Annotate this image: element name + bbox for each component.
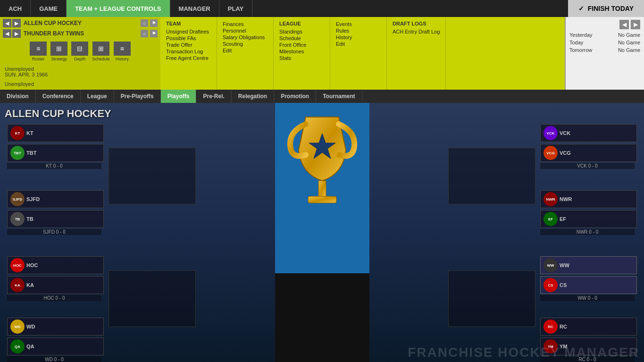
nav-next-1[interactable]: ▶ <box>12 19 21 27</box>
menu-standings[interactable]: Standings <box>279 28 324 35</box>
abbr-wd: WD <box>26 324 35 329</box>
menu-league-schedule[interactable]: Schedule <box>279 35 324 42</box>
abbr-cs: CS <box>560 282 567 288</box>
tomorrow-label: Tomorrow <box>569 47 592 53</box>
today-value: No Game <box>618 40 640 45</box>
finances-section: Finances Personnel Salary Obligations Sc… <box>217 17 274 90</box>
team2-icon-home[interactable]: ⌂ <box>141 30 148 37</box>
team1-icon-flag[interactable]: ⚑ <box>150 19 158 27</box>
menu-unsigned-draftees[interactable]: Unsigned Draftees <box>166 28 211 35</box>
user-date: SUN. APR. 3 1966 <box>5 72 156 77</box>
depth-icon[interactable]: ⊟ Depth <box>71 42 88 61</box>
bracket-container: ALLEN CUP HOCKEY <box>0 103 644 362</box>
menu-front-office[interactable]: Front Office <box>279 42 324 48</box>
finish-today-button[interactable]: ✓ FINISH TODAY <box>568 0 644 17</box>
menu-rules[interactable]: Rules <box>336 27 381 34</box>
abbr-sjfd: SJFD <box>26 196 40 202</box>
nav-prev-1[interactable]: ◀ <box>3 19 11 27</box>
schedule-label: Schedule <box>92 57 110 61</box>
menu-personnel[interactable]: Personnel <box>223 27 268 34</box>
menu-finances[interactable]: Finances <box>223 21 268 27</box>
logo-tb: TB <box>10 212 25 226</box>
menu-team-edit[interactable]: Edit <box>223 47 268 54</box>
roster-icon[interactable]: ≡ Roster <box>30 42 47 61</box>
dropdown-menu-area: ◀ ▶ ALLEN CUP HOCKEY ⌂ ⚑ ◀ ▶ THUNDER BAY… <box>0 17 644 90</box>
team1-name: ALLEN CUP HOCKEY <box>24 20 82 26</box>
tab-pre-rel[interactable]: Pre-Rel. <box>196 90 231 103</box>
menu-possible-fas[interactable]: Possible FAs <box>166 35 211 42</box>
svg-rect-1 <box>308 196 336 203</box>
abbr-tbt: TBT <box>26 150 36 156</box>
tab-tournament[interactable]: Tournament <box>316 90 362 103</box>
team-section-title: TEAM <box>166 21 211 26</box>
menu-league-edit[interactable]: Edit <box>336 41 381 47</box>
tab-division[interactable]: Division <box>0 90 36 103</box>
toolbar-icons: ≡ Roster ⊞ Strategy ⊟ Depth ⊞ Schedule ≡… <box>3 40 158 63</box>
nav-next-2[interactable]: ▶ <box>12 29 21 38</box>
abbr-ka: KA <box>26 282 34 288</box>
nav-ach[interactable]: ACH <box>0 0 31 17</box>
menu-free-agent-centre[interactable]: Free Agent Centre <box>166 55 211 61</box>
menu-transaction-log[interactable]: Transaction Log <box>166 48 211 55</box>
menu-milestones[interactable]: Milestones <box>279 48 324 55</box>
tab-promotion[interactable]: Promotion <box>274 90 316 103</box>
yesterday-row: Yesterday No Game <box>569 31 640 39</box>
schedule-icon-box: ⊞ <box>92 42 109 56</box>
menu-events[interactable]: Events <box>336 21 381 27</box>
tab-playoffs[interactable]: Playoffs <box>161 90 197 103</box>
abbr-kt: KT <box>26 130 33 136</box>
logo-cs: CS <box>544 278 558 292</box>
abbr-rc: RC <box>560 324 567 329</box>
strategy-icon-box: ⊞ <box>50 42 67 56</box>
tab-conference[interactable]: Conference <box>36 90 81 103</box>
tab-league[interactable]: League <box>81 90 114 103</box>
user-role: Unemployed <box>3 80 158 88</box>
page-title: ALLEN CUP HOCKEY <box>5 108 111 120</box>
finish-nav-next[interactable]: ▶ <box>631 20 640 29</box>
menu-stats[interactable]: Stats <box>279 55 324 61</box>
logo-ef: EF <box>544 212 558 226</box>
team2-icon-flag[interactable]: ⚑ <box>150 30 158 37</box>
bracket-mid-right-top <box>448 148 535 204</box>
tab-relegation[interactable]: Relegation <box>232 90 274 103</box>
nav-prev-2[interactable]: ◀ <box>3 29 11 38</box>
matchup-wd-qa: WD WD QA QA WD 0 - 0 <box>7 318 104 362</box>
schedule-icon[interactable]: ⊞ Schedule <box>92 42 110 61</box>
team1-icon-home[interactable]: ⌂ <box>141 19 148 27</box>
trophy-svg <box>280 108 365 230</box>
menu-history[interactable]: History <box>336 34 381 41</box>
finish-nav-prev[interactable]: ◀ <box>619 20 629 29</box>
nav-team-league[interactable]: TEAM + LEAGUE CONTROLS <box>67 0 170 17</box>
yesterday-label: Yesterday <box>569 32 593 38</box>
watermark: FRANCHISE HOCKEY MANAGER <box>408 345 639 360</box>
nav-game[interactable]: GAME <box>31 0 67 17</box>
events-section: Events Rules History Edit <box>330 17 387 90</box>
menu-scouting[interactable]: Scouting <box>223 41 268 47</box>
logo-kt: KT <box>10 126 25 140</box>
menu-trade-offer[interactable]: Trade Offer <box>166 42 211 48</box>
tab-pre-playoffs[interactable]: Pre-Playoffs <box>114 90 161 103</box>
finish-today-label: FINISH TODAY <box>588 5 634 12</box>
today-label: Today <box>569 40 583 45</box>
team1-icons: ⌂ ⚑ <box>141 19 158 27</box>
nav-arrows-1: ◀ ▶ <box>3 19 21 27</box>
logo-wd: WD <box>10 320 25 334</box>
strategy-icon[interactable]: ⊞ Strategy <box>50 42 67 61</box>
abbr-vck: VCK <box>560 130 570 136</box>
team2-name: THUNDER BAY TWINS <box>24 30 84 37</box>
score-ww-cs: WW 0 - 0 <box>540 295 635 301</box>
logo-vck: VCK <box>544 126 558 140</box>
nav-play[interactable]: PLAY <box>219 0 252 17</box>
checkmark-icon: ✓ <box>578 5 584 12</box>
team2-icons: ⌂ ⚑ <box>141 30 158 37</box>
history-icon-box: ≡ <box>114 42 131 56</box>
abbr-ww: WW <box>560 262 569 268</box>
matchup-hoc-ka: HOC HOC KA KA HOC 0 - 0 <box>7 256 104 301</box>
depth-icon-box: ⊟ <box>71 42 88 56</box>
history-icon[interactable]: ≡ History <box>114 42 131 61</box>
menu-ach-entry-draft[interactable]: ACH Entry Draft Log <box>393 28 440 35</box>
nav-manager[interactable]: MANAGER <box>170 0 219 17</box>
abbr-tb: TB <box>26 216 33 222</box>
matchup-vck-vcg: VCK VCK VCG VCG VCK 0 - 0 <box>540 124 637 169</box>
menu-salary-obligations[interactable]: Salary Obligations <box>223 34 268 41</box>
